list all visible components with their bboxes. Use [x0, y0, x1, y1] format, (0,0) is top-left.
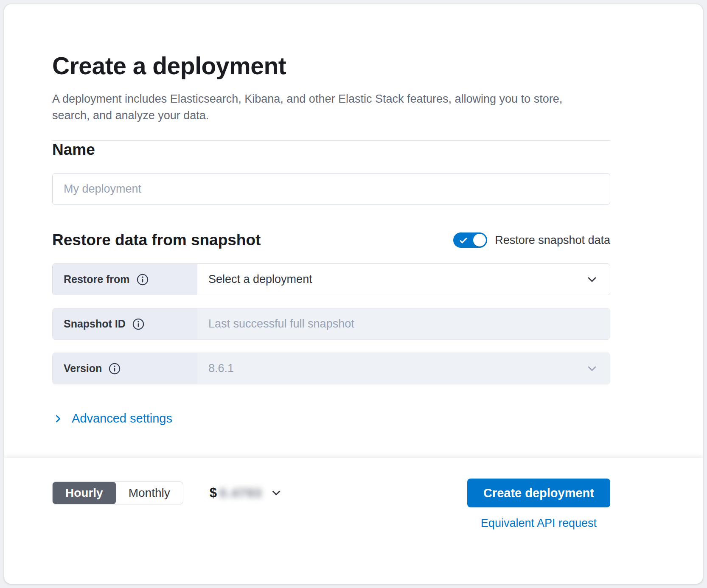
equivalent-api-request-link[interactable]: Equivalent API request [481, 517, 597, 530]
advanced-settings-link[interactable]: Advanced settings [52, 412, 172, 426]
check-icon [459, 236, 468, 247]
toggle-knob [473, 234, 486, 246]
billing-interval-group: Hourly Monthly [52, 482, 183, 504]
restore-snapshot-toggle[interactable] [453, 232, 487, 248]
deployment-name-input[interactable] [52, 173, 610, 205]
snapshot-id-label-cell: Snapshot ID [53, 308, 197, 339]
version-select: 8.6.1 [197, 353, 610, 384]
create-deployment-button[interactable]: Create deployment [467, 479, 610, 507]
version-label: Version [64, 362, 102, 375]
restore-from-label: Restore from [64, 273, 130, 286]
restore-section-heading: Restore data from snapshot [52, 231, 261, 249]
info-icon[interactable] [132, 318, 144, 330]
restore-toggle-label: Restore snapshot data [495, 234, 610, 247]
snapshot-id-row: Snapshot ID Last successful full snapsho… [52, 308, 610, 340]
info-icon[interactable] [137, 274, 149, 286]
create-deployment-card: Create a deployment A deployment include… [4, 4, 703, 584]
advanced-settings-label: Advanced settings [72, 412, 172, 426]
chevron-down-icon [585, 362, 599, 375]
version-row: Version 8.6.1 [52, 353, 610, 384]
restore-from-row: Restore from Select a deployment [52, 263, 610, 295]
monthly-button[interactable]: Monthly [116, 482, 183, 504]
restore-from-label-cell: Restore from [53, 264, 197, 295]
page-subtitle: A deployment includes Elasticsearch, Kib… [52, 91, 600, 123]
version-value: 8.6.1 [208, 362, 234, 375]
price-currency: $ [210, 485, 217, 501]
restore-from-value: Select a deployment [208, 273, 312, 286]
chevron-down-icon [270, 487, 283, 499]
price-dropdown[interactable]: $ 0.4793 [210, 485, 283, 501]
page-title: Create a deployment [52, 52, 610, 80]
info-icon[interactable] [109, 363, 121, 375]
name-section-heading: Name [52, 141, 610, 159]
hourly-button[interactable]: Hourly [53, 482, 116, 504]
main-content: Create a deployment A deployment include… [4, 4, 703, 458]
snapshot-id-label: Snapshot ID [64, 318, 126, 330]
chevron-down-icon [585, 273, 599, 286]
footer-bar: Hourly Monthly $ 0.4793 Create deploymen… [4, 458, 703, 584]
snapshot-id-input: Last successful full snapshot [197, 308, 610, 339]
chevron-right-icon [52, 413, 64, 425]
price-amount-blurred: 0.4793 [219, 486, 262, 500]
restore-from-select[interactable]: Select a deployment [197, 264, 610, 295]
version-label-cell: Version [53, 353, 197, 384]
snapshot-id-placeholder: Last successful full snapshot [208, 317, 354, 330]
